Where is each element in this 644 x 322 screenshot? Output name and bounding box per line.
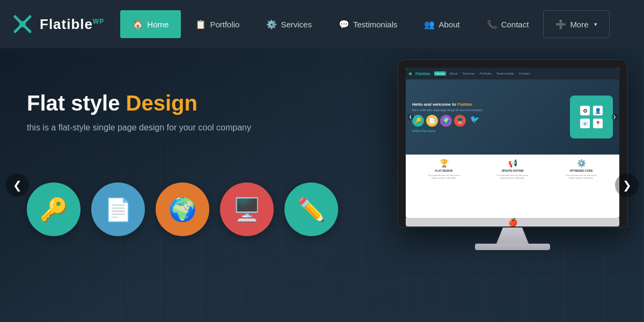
mini-service-flat-design: 🏆 FLAT DESIGN Proin gravida nibh vel vel… <box>428 159 460 214</box>
mini-prev-arrow: ❮ <box>407 114 414 120</box>
mini-service-desc-1: Proin gravida nibh vel velit auctor aliq… <box>428 174 460 179</box>
mini-fc-5: 🐦 <box>470 115 479 127</box>
prev-slide-button[interactable]: ❮ <box>5 173 29 197</box>
mini-nav-portfolio: Portfolio <box>478 71 493 76</box>
mini-nav-about: About <box>448 71 459 76</box>
contact-icon: 📞 <box>487 19 497 30</box>
mini-service-desc-3: Proin gravida nibh vel velit auctor aliq… <box>565 174 597 179</box>
next-slide-button[interactable]: ❯ <box>615 173 639 197</box>
imac-stand-neck <box>496 228 529 244</box>
mini-icon-1: ⚙ <box>580 106 590 115</box>
feature-icon-document: 📄 <box>91 182 145 236</box>
mini-service-label-1: FLAT DESIGN <box>435 169 453 172</box>
hero-section: Flat style Design this is a flat-style s… <box>0 48 644 322</box>
mini-service-icon-3: ⚙️ <box>577 159 586 167</box>
mini-service-desc-2: Proin gravida nibh vel velit auctor aliq… <box>496 174 529 179</box>
mini-hero-showcase: ⚙ 👤 📧 📍 <box>570 96 613 138</box>
services-icon: ⚙️ <box>266 19 277 30</box>
hero-subtitle: this is a flat-style single page design … <box>27 123 251 133</box>
feature-icon-monitor: 🖥️ <box>220 182 274 236</box>
feature-icon-key: 🔑 <box>27 182 80 236</box>
mini-services-section: 🏆 FLAT DESIGN Proin gravida nibh vel vel… <box>406 155 619 218</box>
feature-icon-pencil: ✏️ <box>284 182 338 236</box>
feature-icons-row: 🔑 📄 🌍 🖥️ ✏️ <box>27 182 338 236</box>
brand-name: FlatibleWP <box>40 16 104 33</box>
mini-nav-testimonials: Testimonials <box>495 71 516 76</box>
more-icon: ➕ <box>555 19 566 30</box>
mini-next-arrow: ❯ <box>611 114 618 120</box>
mini-service-code: ⚙️ OPTIMIZED CODE Proin gravida nibh vel… <box>565 159 597 214</box>
mini-hero-text: Hello and welcome to Flatible this is a … <box>412 102 565 133</box>
navbar: FlatibleWP 🏠 Home 📋 Portfolio ⚙️ Service… <box>0 0 644 48</box>
brand-logo-area[interactable]: FlatibleWP <box>11 12 104 36</box>
mini-hero: ❮ Hello and welcome to Flatible this is … <box>406 79 619 155</box>
mini-brand-name: Flatible <box>415 71 430 76</box>
mini-feature-icons: 🔑 📄 🌍 🖥️ 🐦 <box>412 115 565 127</box>
mini-fc-4: 🖥️ <box>454 115 466 127</box>
nav-more[interactable]: ➕ More ▾ <box>543 10 609 38</box>
nav-menu: 🏠 Home 📋 Portfolio ⚙️ Services 💬 Testimo… <box>120 10 633 38</box>
nav-about[interactable]: 👥 About <box>412 10 472 38</box>
nav-contact[interactable]: 📞 Contact <box>474 10 541 38</box>
mini-nav-services: Services <box>461 71 477 76</box>
nav-services[interactable]: ⚙️ Services <box>254 10 324 38</box>
mini-service-icon-2: 📢 <box>508 159 517 167</box>
nav-testimonials[interactable]: 💬 Testimonials <box>326 10 410 38</box>
mini-nav-home: Home <box>434 71 446 76</box>
mini-navbar: Flatible Home About Services Portfolio T… <box>406 68 619 79</box>
nav-home[interactable]: 🏠 Home <box>120 10 181 38</box>
dropdown-arrow-icon: ▾ <box>594 21 597 28</box>
mini-icon-4: 📍 <box>593 119 603 128</box>
portfolio-icon: 📋 <box>195 19 206 30</box>
mini-icon-3: 📧 <box>580 119 590 128</box>
mini-service-label-3: OPTIMIZED CODE <box>569 169 592 172</box>
feature-icon-globe: 🌍 <box>156 182 209 236</box>
brand-logo-icon <box>11 12 34 36</box>
imac-screen-inner: Flatible Home About Services Portfolio T… <box>406 68 619 218</box>
mini-service-icon-1: 🏆 <box>440 159 449 167</box>
mini-service-label-2: UPDATE NOTISM <box>501 169 523 172</box>
nav-portfolio[interactable]: 📋 Portfolio <box>183 10 252 38</box>
mini-fc-3: 🌍 <box>440 115 452 127</box>
mini-icon-2: 👤 <box>593 106 603 115</box>
mini-browser: Flatible Home About Services Portfolio T… <box>406 68 619 218</box>
imac-mockup: Flatible Home About Services Portfolio T… <box>397 59 628 250</box>
mini-hero-subtitle: this is a flat-style single page design … <box>412 108 565 112</box>
hero-content: Flat style Design this is a flat-style s… <box>27 91 251 159</box>
home-icon: 🏠 <box>133 19 143 30</box>
mini-nav-contact: Contact <box>517 71 532 76</box>
mini-service-update: 📢 UPDATE NOTISM Proin gravida nibh vel v… <box>496 159 529 214</box>
imac-chin: 🍎 <box>406 218 619 226</box>
about-icon: 👥 <box>424 19 435 30</box>
mini-hero-title: Hello and welcome to Flatible <box>412 102 565 107</box>
imac-screen-outer: Flatible Home About Services Portfolio T… <box>397 59 628 228</box>
mini-logo-icon <box>409 72 412 75</box>
mini-nav-items: Home About Services Portfolio Testimonia… <box>434 71 531 76</box>
mini-fc-1: 🔑 <box>412 115 424 127</box>
hero-title: Flat style Design <box>27 91 251 115</box>
mini-fc-2: 📄 <box>426 115 438 127</box>
apple-logo-icon: 🍎 <box>508 218 517 226</box>
imac-stand-base <box>475 244 550 250</box>
mini-flat-label: 100% Flat Style <box>412 129 565 133</box>
testimonials-icon: 💬 <box>339 19 349 30</box>
